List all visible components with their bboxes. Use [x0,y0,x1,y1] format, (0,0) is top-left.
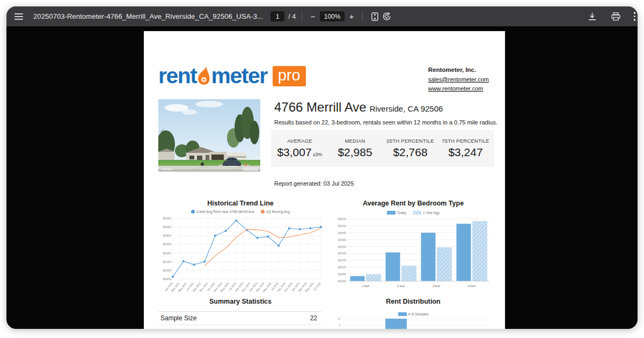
toolbar-divider [362,11,363,21]
svg-text:$1800: $1800 [338,273,346,276]
svg-text:1 bed: 1 bed [362,284,369,288]
company-website-link[interactable]: www.rentometer.com [428,84,489,93]
moving-avg-line [204,228,321,266]
legend-label: 1 Year Ago [423,211,440,215]
stat-value: $3,247 [438,146,493,159]
data-point [235,219,237,222]
bedroom-chart-title: Average Rent by Bedroom Type [333,200,494,207]
svg-text:Jul 2025: Jul 2025 [312,282,321,292]
pdf-toolbar: 20250703-Rentometer-4766_Merrill_Ave_Riv… [6,6,638,26]
trend-chart-legend: 3-bed Avg Rent near 4766 Merrill Ave 4Q … [157,210,324,214]
page-zoom-controls: 1 / 4 − 100% + [270,11,392,23]
fit-to-page-icon[interactable] [369,11,380,23]
flame-icon [197,67,210,86]
legend-dot-orange [261,210,265,214]
svg-text:$2000: $2000 [163,269,171,272]
results-subtitle: Results based on 22, 3-bedroom, rentals … [274,119,497,126]
property-photo: Google [158,99,260,172]
historical-trend-chart: $1800$2000$2200$2400$2600$2800$3000$3200… [157,216,324,297]
zoom-in-button[interactable]: + [347,12,356,21]
print-icon[interactable] [610,11,622,23]
row-label: Sample Size [160,314,196,322]
rentometer-logo: rent meter pro [158,63,306,89]
data-point [172,276,174,278]
bar [473,222,487,281]
logo-text-right: meter [211,63,267,89]
kebab-menu-icon[interactable] [634,12,636,21]
svg-text:$2600: $2600 [338,245,346,248]
data-point [193,263,195,266]
rent-distribution-title: Rent Distribution [333,298,494,305]
legend-swatch-samples [398,312,407,316]
download-icon[interactable] [587,11,598,23]
stat-25th-percentile: 25TH PERCENTILE $2,768 [383,138,438,159]
photo-watermark: Google [162,167,172,171]
svg-text:3 bed: 3 bed [433,284,440,288]
data-point [267,236,269,238]
city-state-zip: Riverside, CA 92506 [370,104,443,113]
bedroom-chart-legend: Today 1 Year Ago [333,211,494,215]
svg-text:9: 9 [339,324,340,327]
report-generated-date: Report generated: 03 Jul 2025 [274,180,354,187]
svg-text:$1800: $1800 [163,277,171,281]
pro-badge: pro [273,66,306,86]
zoom-out-button[interactable]: − [308,12,318,21]
report-header: rent meter pro Rentometer, Inc. sales@re… [158,63,489,93]
trend-chart-title: Historical Trend Line [157,200,324,207]
svg-text:$2200: $2200 [163,260,171,263]
bar [437,247,452,281]
stat-label: 75TH PERCENTILE [438,138,493,144]
stat-value: $2,985 [327,146,383,159]
data-point [320,226,322,228]
bar [402,266,416,281]
svg-text:$2400: $2400 [338,252,346,255]
stat-label: AVERAGE [272,138,327,144]
summary-statistics-title: Summary Statistics [157,298,324,305]
svg-text:$3400: $3400 [338,217,346,221]
rent-stats-box: AVERAGE $3,007±3% MEDIAN $2,985 25TH PER… [272,130,494,166]
bar [367,275,381,281]
svg-text:$2800: $2800 [163,234,171,237]
toolbar-right-controls [587,11,631,23]
stat-75th-percentile: 75TH PERCENTILE $3,247 [438,138,493,159]
logo-text-left: rent [158,63,196,89]
svg-text:10: 10 [337,318,340,320]
document-filename: 20250703-Rentometer-4766_Merrill_Ave_Riv… [33,12,263,20]
hamburger-menu-icon[interactable] [13,11,25,23]
bar [421,233,436,281]
svg-text:$2400: $2400 [163,252,171,255]
zoom-level-input[interactable]: 100% [320,11,345,21]
data-point [224,230,226,232]
svg-text:2 bed: 2 bed [397,284,405,288]
stat-value: $2,768 [383,146,438,159]
bedroom-type-chart: $1600$1800$2000$2200$2400$2600$2800$3000… [333,216,494,291]
data-point [309,227,311,229]
stat-label: 25TH PERCENTILE [383,138,438,144]
data-point [203,261,206,263]
report-page: rent meter pro Rentometer, Inc. sales@re… [144,31,505,329]
svg-text:$3000: $3000 [163,225,171,229]
stat-median: MEDIAN $2,985 [327,138,383,159]
legend-swatch-year-ago [413,211,421,215]
rotate-icon[interactable] [380,11,392,23]
toolbar-divider [302,11,302,21]
svg-text:$2000: $2000 [338,266,346,269]
bar [386,253,400,281]
legend-swatch-today [387,211,396,215]
pdf-viewer-window: 20250703-Rentometer-4766_Merrill_Ave_Riv… [6,6,638,329]
legend-label: 3-bed Avg Rent near 4766 Merrill Ave [196,210,254,214]
data-point [298,228,301,230]
company-email-link[interactable]: sales@rentometer.com [428,75,489,84]
summary-statistics-table: Sample Size 22 [158,311,321,325]
bar [350,276,365,281]
svg-text:4 bed: 4 bed [468,284,475,288]
property-address: 4766 Merrill AveRiverside, CA 92506 [274,100,443,115]
svg-text:$2600: $2600 [163,243,171,246]
table-row: Sample Size 22 [158,311,321,325]
stat-average: AVERAGE $3,007±3% [272,138,327,159]
stat-value: $3,007 [277,146,311,158]
bar [457,224,471,281]
data-point [288,227,290,229]
legend-label: # of Samples [408,312,429,316]
page-number-input[interactable]: 1 [270,11,284,21]
